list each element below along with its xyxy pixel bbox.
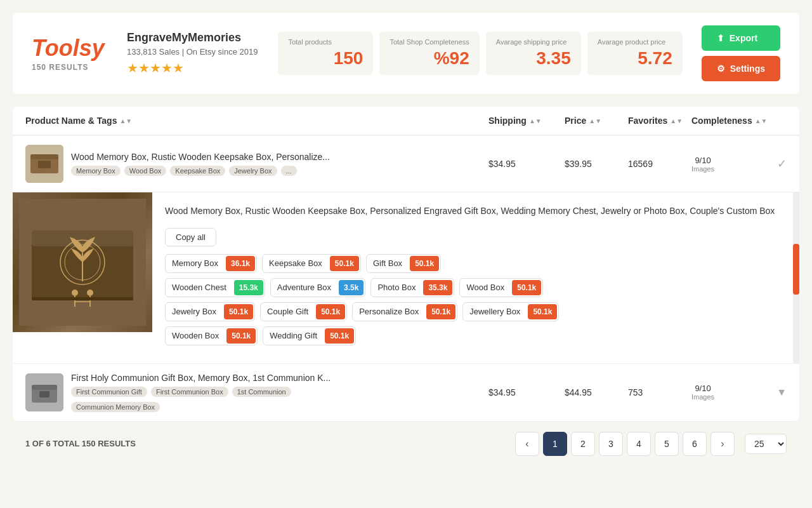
app-logo: Toolsy [32,35,108,62]
expanded-product-title: Wood Memory Box, Rustic Wooden Keepsake … [165,205,780,218]
product-row-2-collapsed[interactable]: First Holy Communion Gift Box, Memory Bo… [13,364,799,421]
avg-shipping-card: Avarage shipping price 3.35 [486,32,581,75]
product-1-expanded-details: Wood Memory Box, Rustic Wooden Keepsake … [152,192,793,363]
next-page-button[interactable]: › [710,432,735,456]
col-price-label: Price [565,116,586,126]
expanded-tag-wedding-gift[interactable]: Wedding Gift 50.1k [263,326,356,345]
expanded-tag-keepsake-box[interactable]: Keepsake Box 50.1k [262,254,361,273]
page-4-button[interactable]: 4 [627,432,651,456]
product-2-completeness-sub: Images [691,393,714,401]
export-icon: ⬆ [717,33,724,43]
product-2-shipping: $34.95 [488,387,565,398]
product-2-price: $44.95 [565,387,628,398]
tag-keepsake-box[interactable]: Keepsake Box [170,166,225,176]
page-1-button[interactable]: 1 [543,432,567,456]
svg-rect-2 [30,154,58,159]
scrollbar-track[interactable] [793,192,799,363]
product-1-completeness-value: 9/10 [691,156,714,165]
expanded-tag-photo-box[interactable]: Photo Box 35.3k [370,278,454,297]
products-table: Product Name & Tags ▲▼ Shipping ▲▼ Price… [13,107,799,422]
col-shipping-label: Shipping [488,116,527,126]
tag-first-communion-gift[interactable]: First Communion Gift [71,387,147,397]
avg-product-card: Avarage product price 5.72 [587,32,683,75]
expanded-tag-personalize-box[interactable]: Personalize Box 50.1k [352,302,457,321]
page-5-button[interactable]: 5 [655,432,679,456]
col-favorites-label: Favorites [628,116,667,126]
product-1-price: $39.95 [565,159,628,169]
avg-shipping-label: Avarage shipping price [496,38,571,46]
expanded-tag-jewelry-box[interactable]: Jewelry Box 50.1k [165,302,255,321]
tag-more[interactable]: ... [281,166,297,176]
sort-arrow-shipping: ▲▼ [529,117,542,124]
product-2-favorites: 753 [628,387,691,398]
expanded-tag-memory-box[interactable]: Memory Box 36.1k [165,254,257,273]
avg-product-label: Avarage product price [598,38,672,46]
settings-button[interactable]: ⚙ Settings [702,56,780,81]
table-header: Product Name & Tags ▲▼ Shipping ▲▼ Price… [13,107,799,136]
copy-all-button[interactable]: Copy all [165,228,216,246]
shop-completeness-card: Total Shop Completeness %92 [379,32,479,75]
total-products-value: 150 [288,48,363,69]
sort-arrow-favorites: ▲▼ [670,117,683,124]
tag-1st-communion[interactable]: 1st Communion [232,387,291,397]
product-1-expanded: Wood Memory Box, Rustic Wooden Keepsake … [13,192,799,363]
product-2-tags: First Communion Gift First Communion Box… [71,387,331,397]
export-button[interactable]: ⬆ Export [702,25,780,51]
expanded-tags-row-1: Memory Box 36.1k Keepsake Box 50.1k Gift… [165,254,780,273]
col-product-name-label: Product Name & Tags [25,116,117,126]
avg-shipping-value: 3.35 [496,48,571,69]
product-row-1-collapsed[interactable]: Wood Memory Box, Rustic Wooden Keepsake … [13,136,799,192]
expanded-tag-couple-gift[interactable]: Couple Gift 50.1k [260,302,347,321]
shop-completeness-label: Total Shop Completeness [390,38,469,46]
scrollbar-thumb [793,244,799,295]
expanded-tags-row-4: Wooden Box 50.1k Wedding Gift 50.1k [165,326,780,345]
shop-name: EngraveMyMemories [127,31,259,44]
svg-point-10 [72,290,78,296]
col-shipping[interactable]: Shipping ▲▼ [488,116,565,126]
product-2-completeness: 9/10 Images ▼ [691,384,787,401]
sort-arrow-price: ▲▼ [589,117,601,124]
prev-page-button[interactable]: ‹ [515,432,539,456]
col-completeness[interactable]: Completeness ▲▼ [691,116,787,126]
expanded-tag-adventure-box[interactable]: Adventure Box 3.5k [270,278,366,297]
total-products-label: Total products [288,38,363,46]
product-1-completeness-sub: Images [691,165,714,173]
per-page-select[interactable]: 25 50 100 [745,434,787,454]
expanded-tag-gift-box[interactable]: Gift Box 50.1k [366,254,441,273]
expanded-tag-wooden-box[interactable]: Wooden Box 50.1k [165,326,258,345]
svg-point-12 [87,290,93,296]
tag-communion-memory-box[interactable]: Communion Memory Box [71,402,160,412]
col-favorites[interactable]: Favorites ▲▼ [628,116,691,126]
export-label: Export [730,33,757,43]
svg-rect-19 [39,391,49,398]
product-1-name: Wood Memory Box, Rustic Wooden Keepsake … [71,152,330,162]
product-2-completeness-value: 9/10 [691,384,714,393]
pagination-bar: 1 OF 6 TOTAL 150 RESULTS ‹ 1 2 3 4 5 6 ›… [13,422,799,466]
page-3-button[interactable]: 3 [599,432,623,456]
expanded-tag-wood-box[interactable]: Wood Box 50.1k [459,278,543,297]
chevron-down-icon[interactable]: ▼ [776,387,787,398]
expanded-tag-jewellery-box[interactable]: Jewellery Box 50.1k [462,302,559,321]
product-1-favorites: 16569 [628,159,691,169]
col-product-name[interactable]: Product Name & Tags ▲▼ [25,116,488,126]
svg-rect-6 [32,231,133,246]
tag-first-communion-box[interactable]: First Communion Box [151,387,228,397]
col-price[interactable]: Price ▲▼ [565,116,628,126]
product-1-expanded-image [13,192,152,332]
tag-wood-box[interactable]: Wood Box [124,166,167,176]
pagination-info: 1 OF 6 TOTAL 150 RESULTS [25,439,136,448]
col-completeness-label: Completeness [691,116,752,126]
tag-jewelry-box[interactable]: Jewelry Box [229,166,277,176]
shop-completeness-value: %92 [390,48,469,69]
check-mark-icon: ✓ [777,157,787,171]
product-1-tags: Memory Box Wood Box Keepsake Box Jewelry… [71,166,330,176]
expanded-tag-wooden-chest[interactable]: Wooden Chest 15.3k [165,278,265,297]
product-row-2: First Holy Communion Gift Box, Memory Bo… [13,364,799,422]
page-2-button[interactable]: 2 [571,432,595,456]
tag-memory-box[interactable]: Memory Box [71,166,121,176]
svg-rect-3 [38,161,51,168]
sort-arrow-completeness: ▲▼ [755,117,768,124]
product-1-thumbnail [25,145,63,183]
expanded-tags-row-3: Jewelry Box 50.1k Couple Gift 50.1k Pers… [165,302,780,321]
page-6-button[interactable]: 6 [683,432,707,456]
